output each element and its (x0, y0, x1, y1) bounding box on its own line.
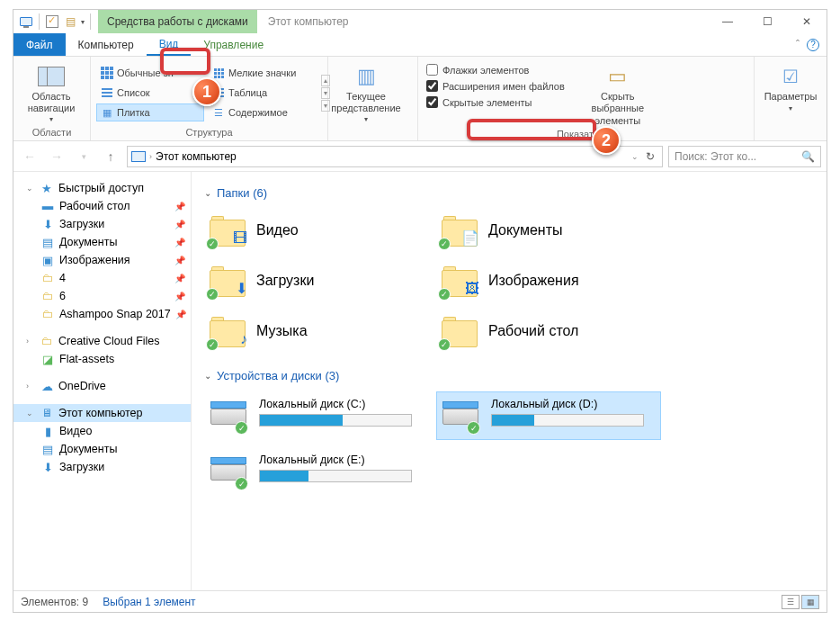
sidebar-videos[interactable]: ▮Видео (13, 422, 191, 440)
sidebar-downloads2[interactable]: ⬇Загрузки (13, 458, 191, 476)
address-field[interactable]: › Этот компьютер ⌄ ↻ (127, 146, 663, 167)
pin-icon: 📌 (174, 292, 185, 301)
layout-small-icons[interactable]: Мелкие значки (208, 64, 316, 82)
sidebar-downloads[interactable]: ⬇Загрузки📌 (13, 215, 191, 233)
folder-label: Документы (488, 222, 562, 238)
sidebar-flat-assets[interactable]: ◪Flat-assets (13, 350, 191, 368)
status-selection: Выбран 1 элемент (103, 596, 195, 608)
ribbon: Область навигации ▾ Области Обычные зн М… (13, 57, 827, 141)
tab-view[interactable]: Вид (147, 33, 192, 56)
check-hidden-items[interactable]: Скрытые элементы (424, 95, 567, 109)
group-header-folders[interactable]: ⌄ Папки (6) (204, 186, 814, 200)
system-menu-icon[interactable] (19, 14, 33, 29)
contextual-tab-drive-tools[interactable]: Средства работы с дисками (98, 10, 257, 33)
navigation-pane-label: Область навигации (19, 91, 84, 113)
hide-selected-button[interactable]: ▭ Скрыть выбранные элементы (576, 60, 659, 127)
layout-content[interactable]: ☰Содержимое (208, 103, 316, 121)
qat-newfolder-icon[interactable]: ▤ (63, 14, 77, 29)
drive-item[interactable]: ✓ Локальный диск (C:) (204, 391, 429, 440)
search-icon: 🔍 (801, 150, 815, 163)
help-icon[interactable]: ? (807, 39, 819, 51)
options-label: Параметры (764, 91, 818, 103)
nav-forward-button[interactable]: → (46, 146, 67, 167)
nav-up-button[interactable]: ↑ (100, 146, 121, 167)
folder-item[interactable]: ✓ ⬇ Загрузки (204, 259, 429, 302)
drive-icon: ✓ (442, 398, 482, 434)
layout-details[interactable]: Таблица (208, 84, 316, 102)
refresh-button[interactable]: ↻ (642, 150, 658, 163)
folder-label: Рабочий стол (488, 323, 578, 339)
checkbox-item-checkboxes[interactable] (426, 64, 438, 76)
navigation-pane[interactable]: ⌄★Быстрый доступ ▬Рабочий стол📌 ⬇Загрузк… (13, 172, 192, 590)
minimize-button[interactable]: — (708, 10, 747, 33)
pin-icon: 📌 (175, 310, 186, 319)
titlebar: ▤ ▾ Средства работы с дисками Этот компь… (13, 10, 827, 33)
pin-icon: 📌 (174, 238, 185, 247)
layout-medium-icons[interactable]: Обычные зн (96, 64, 204, 82)
sidebar-creative-cloud[interactable]: ›🗀Creative Cloud Files (13, 332, 191, 350)
sidebar-folder-4[interactable]: 🗀4📌 (13, 269, 191, 287)
folder-icon: ✓ (440, 313, 479, 349)
tab-manage[interactable]: Управление (191, 33, 276, 56)
checkbox-hidden-items[interactable] (426, 96, 438, 108)
sidebar-folder-6[interactable]: 🗀6📌 (13, 287, 191, 305)
layout-tiles[interactable]: ▦Плитка (96, 103, 204, 121)
sidebar-desktop[interactable]: ▬Рабочий стол📌 (13, 197, 191, 215)
sidebar-pictures[interactable]: ▣Изображения📌 (13, 251, 191, 269)
close-button[interactable]: ✕ (787, 10, 827, 33)
pin-icon: 📌 (174, 202, 185, 211)
drive-label: Локальный диск (E:) (259, 454, 423, 466)
ribbon-collapse-icon[interactable]: ˆ (796, 39, 800, 51)
sidebar-documents[interactable]: ▤Документы📌 (13, 233, 191, 251)
drive-item[interactable]: ✓ Локальный диск (E:) (204, 447, 429, 496)
options-button[interactable]: ☑ Параметры ▾ (760, 60, 821, 112)
drive-item[interactable]: ✓ Локальный диск (D:) (436, 391, 661, 440)
nav-back-button[interactable]: ← (19, 146, 40, 167)
check-file-extensions[interactable]: Расширения имен файлов (424, 79, 567, 93)
window-title: Этот компьютер (257, 15, 360, 28)
tab-file[interactable]: Файл (13, 33, 66, 56)
breadcrumb-this-pc[interactable]: Этот компьютер (156, 150, 237, 163)
status-bar: Элементов: 9 Выбран 1 элемент ☰ ▦ (13, 590, 827, 612)
content-pane[interactable]: ⌄ Папки (6) ✓ 🎞 Видео ✓ 📄 Документы ✓ ⬇ … (192, 172, 827, 590)
nav-history-dropdown[interactable]: ▾ (73, 146, 94, 167)
dropdown-chevron-icon: ▾ (49, 115, 53, 123)
group-header-drives[interactable]: ⌄ Устройства и диски (3) (204, 369, 814, 382)
address-dropdown-icon[interactable]: ⌄ (631, 152, 639, 161)
folder-icon: ✓ 🖼 (440, 263, 479, 299)
drive-icon: ✓ (210, 454, 250, 490)
sidebar-ashampoo[interactable]: 🗀Ashampoo Snap 2017📌 (13, 305, 191, 323)
layout-gallery[interactable]: Обычные зн Мелкие значки Список Таблица … (96, 64, 316, 121)
qat-customize-dropdown[interactable]: ▾ (81, 18, 85, 26)
search-input[interactable]: Поиск: Этот ко... 🔍 (668, 146, 821, 167)
pin-icon: 📌 (174, 274, 185, 283)
maximize-button[interactable]: ☐ (747, 10, 787, 33)
address-bar: ← → ▾ ↑ › Этот компьютер ⌄ ↻ Поиск: Этот… (13, 141, 827, 172)
folder-item[interactable]: ✓ 🎞 Видео (204, 209, 429, 252)
checkbox-file-extensions[interactable] (426, 80, 438, 92)
sidebar-onedrive[interactable]: ›☁OneDrive (13, 377, 191, 395)
folder-icon: ✓ ⬇ (208, 263, 247, 299)
folder-item[interactable]: ✓ 🖼 Изображения (436, 259, 661, 302)
folder-item[interactable]: ✓ ♪ Музыка (204, 310, 429, 353)
current-view-button[interactable]: ▥ Текущее представление ▾ (334, 60, 398, 123)
sidebar-documents2[interactable]: ▤Документы (13, 440, 191, 458)
navigation-pane-button[interactable]: Область навигации ▾ (19, 60, 84, 123)
folder-item[interactable]: ✓ Рабочий стол (436, 310, 661, 353)
qat-properties-icon[interactable] (45, 14, 59, 29)
drive-usage-bar (259, 414, 412, 427)
tab-computer[interactable]: Компьютер (66, 33, 147, 56)
ribbon-tabs: Файл Компьютер Вид Управление ˆ ? (13, 33, 827, 57)
view-large-icons-icon[interactable]: ▦ (801, 595, 819, 609)
folder-icon: ✓ 📄 (440, 212, 479, 248)
group-label-layout: Структура (96, 125, 322, 140)
folder-label: Видео (256, 222, 299, 238)
sidebar-quick-access[interactable]: ⌄★Быстрый доступ (13, 179, 191, 197)
pin-icon: 📌 (174, 256, 185, 265)
view-details-icon[interactable]: ☰ (782, 595, 800, 609)
check-item-checkboxes[interactable]: Флажки элементов (424, 63, 567, 76)
layout-list[interactable]: Список (96, 84, 204, 102)
folder-item[interactable]: ✓ 📄 Документы (436, 209, 661, 252)
sidebar-this-pc[interactable]: ⌄🖥Этот компьютер (13, 404, 191, 422)
drive-usage-bar (259, 470, 412, 482)
